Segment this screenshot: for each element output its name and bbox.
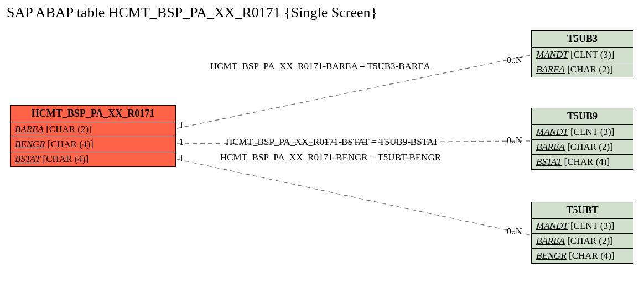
field-type: [CLNT (3)]	[570, 49, 614, 60]
field-type: [CLNT (3)]	[570, 221, 614, 231]
page-title: SAP ABAP table HCMT_BSP_PA_XX_R0171 {Sin…	[7, 4, 377, 21]
relation-label: HCMT_BSP_PA_XX_R0171-BENGR = T5UBT-BENGR	[220, 152, 441, 163]
field-type: [CHAR (4)]	[43, 154, 89, 164]
entity-t5ub9: T5UB9 MANDT [CLNT (3)] BAREA [CHAR (2)] …	[531, 108, 633, 170]
field-type: [CHAR (2)]	[46, 124, 92, 134]
entity-main-field: BAREA [CHAR (2)]	[11, 122, 175, 137]
field-name: BSTAT	[536, 156, 562, 167]
entity-header: T5UB3	[532, 31, 633, 48]
entity-field: BSTAT [CHAR (4)]	[532, 155, 633, 169]
svg-line-2	[177, 159, 530, 235]
cardinality-left: 1	[179, 121, 184, 130]
entity-field: MANDT [CLNT (3)]	[532, 219, 633, 234]
field-type: [CHAR (4)]	[564, 156, 610, 167]
entity-main-field: BSTAT [CHAR (4)]	[11, 152, 175, 166]
field-name: MANDT	[536, 127, 568, 137]
entity-field: BENGR [CHAR (4)]	[532, 249, 633, 263]
entity-field: BAREA [CHAR (2)]	[532, 140, 633, 155]
entity-header: T5UBT	[532, 202, 633, 219]
field-type: [CHAR (2)]	[567, 64, 613, 75]
field-type: [CHAR (2)]	[567, 142, 613, 152]
entity-t5ubt: T5UBT MANDT [CLNT (3)] BAREA [CHAR (2)] …	[531, 202, 633, 264]
field-name: BAREA	[536, 142, 565, 152]
entity-main-header: HCMT_BSP_PA_XX_R0171	[11, 106, 175, 122]
field-type: [CHAR (4)]	[569, 250, 615, 261]
entity-main-field: BENGR [CHAR (4)]	[11, 137, 175, 152]
field-type: [CHAR (2)]	[567, 236, 613, 246]
field-name: BAREA	[15, 124, 44, 134]
entity-field: BAREA [CHAR (2)]	[532, 234, 633, 249]
cardinality-left: 1	[179, 154, 184, 164]
entity-field: MANDT [CLNT (3)]	[532, 48, 633, 62]
field-name: BAREA	[536, 64, 565, 75]
field-name: MANDT	[536, 221, 568, 231]
entity-field: BAREA [CHAR (2)]	[532, 62, 633, 77]
entity-t5ub3: T5UB3 MANDT [CLNT (3)] BAREA [CHAR (2)]	[531, 30, 633, 77]
entity-field: MANDT [CLNT (3)]	[532, 125, 633, 140]
relation-label: HCMT_BSP_PA_XX_R0171-BSTAT = T5UB9-BSTAT	[226, 137, 438, 148]
field-name: BSTAT	[15, 154, 40, 164]
field-type: [CHAR (4)]	[48, 139, 94, 149]
cardinality-right: 0..N	[507, 55, 522, 65]
field-name: BENGR	[15, 139, 45, 149]
entity-main: HCMT_BSP_PA_XX_R0171 BAREA [CHAR (2)] BE…	[10, 105, 176, 167]
entity-header: T5UB9	[532, 108, 633, 125]
field-type: [CLNT (3)]	[570, 127, 614, 137]
relation-label: HCMT_BSP_PA_XX_R0171-BAREA = T5UB3-BAREA	[210, 61, 430, 72]
field-name: BENGR	[536, 250, 567, 261]
field-name: BAREA	[536, 236, 565, 246]
field-name: MANDT	[536, 49, 568, 60]
cardinality-left: 1	[179, 137, 184, 147]
cardinality-right: 0..N	[507, 135, 522, 145]
cardinality-right: 0..N	[507, 227, 522, 237]
